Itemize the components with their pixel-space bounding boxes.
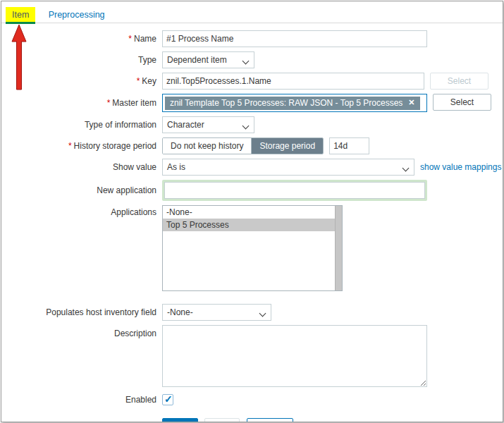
chevron-down-icon bbox=[403, 166, 409, 171]
master-item-chip: znil Template Top 5 Processes: RAW JSON … bbox=[165, 97, 420, 110]
row-key: *Key Select bbox=[1, 73, 503, 90]
footer-actions: Add Test Cancel bbox=[1, 418, 503, 422]
tab-item[interactable]: Item bbox=[6, 7, 35, 24]
applications-option-top5[interactable]: Top 5 Processes bbox=[163, 219, 342, 231]
item-form: *Name Type Dependent item *Key Select bbox=[1, 23, 503, 422]
key-select-button: Select bbox=[430, 73, 488, 90]
chevron-down-icon bbox=[260, 311, 266, 317]
row-master-item: *Master item znil Template Top 5 Process… bbox=[1, 94, 503, 112]
show-value-mappings-link[interactable]: show value mappings bbox=[420, 159, 501, 176]
inventory-value: -None- bbox=[167, 307, 193, 317]
required-asterisk: * bbox=[68, 141, 72, 151]
master-item-chip-label: znil Template Top 5 Processes: RAW JSON … bbox=[170, 98, 402, 108]
key-input[interactable] bbox=[162, 73, 424, 90]
applications-label: Applications bbox=[1, 205, 162, 218]
master-item-select-button[interactable]: Select bbox=[433, 94, 491, 111]
required-asterisk: * bbox=[137, 76, 140, 86]
item-configuration-page: Item Preprocessing *Name Type Dependent … bbox=[1, 1, 503, 422]
test-button: Test bbox=[204, 418, 240, 422]
history-storage-period-label: *History storage period bbox=[1, 137, 162, 154]
type-of-information-select[interactable]: Character bbox=[162, 116, 254, 133]
new-application-highlight bbox=[162, 180, 427, 201]
chevron-down-icon bbox=[243, 59, 249, 64]
listbox-scrollbar[interactable] bbox=[335, 206, 342, 290]
row-enabled: Enabled bbox=[1, 391, 503, 408]
row-type-of-information: Type of information Character bbox=[1, 116, 503, 133]
new-application-input[interactable] bbox=[164, 182, 425, 199]
storage-period-option[interactable]: Storage period bbox=[252, 138, 323, 154]
enabled-label: Enabled bbox=[1, 391, 162, 408]
inventory-select[interactable]: -None- bbox=[162, 304, 271, 321]
row-show-value: Show value As is show value mappings bbox=[1, 159, 503, 176]
inventory-label: Populates host inventory field bbox=[1, 304, 162, 321]
row-description: Description bbox=[1, 325, 503, 387]
master-item-label: *Master item bbox=[1, 94, 162, 112]
description-label: Description bbox=[1, 325, 162, 342]
type-label: Type bbox=[1, 51, 162, 68]
tab-preprocessing[interactable]: Preprocessing bbox=[42, 7, 111, 22]
row-history-storage-period: *History storage period Do not keep hist… bbox=[1, 137, 503, 154]
history-period-input[interactable] bbox=[329, 137, 369, 154]
enabled-checkbox[interactable] bbox=[162, 394, 173, 405]
type-select-value: Dependent item bbox=[167, 55, 227, 65]
do-not-keep-history-option[interactable]: Do not keep history bbox=[163, 138, 252, 154]
row-new-application: New application bbox=[1, 180, 503, 201]
chevron-down-icon bbox=[243, 123, 249, 129]
show-value-select[interactable]: As is bbox=[162, 159, 414, 176]
required-asterisk: * bbox=[107, 98, 111, 108]
row-applications: Applications -None- Top 5 Processes bbox=[1, 205, 503, 291]
cancel-button[interactable]: Cancel bbox=[247, 418, 293, 422]
add-button[interactable]: Add bbox=[162, 418, 198, 422]
master-item-multiselect[interactable]: znil Template Top 5 Processes: RAW JSON … bbox=[162, 94, 427, 112]
description-textarea[interactable] bbox=[162, 325, 427, 387]
type-of-information-label: Type of information bbox=[1, 116, 162, 133]
row-inventory: Populates host inventory field -None- bbox=[1, 304, 503, 321]
key-label: *Key bbox=[1, 73, 162, 90]
row-type: Type Dependent item bbox=[1, 51, 503, 68]
new-application-label: New application bbox=[1, 180, 162, 201]
remove-chip-icon[interactable]: ✕ bbox=[408, 98, 414, 107]
row-name: *Name bbox=[1, 30, 503, 47]
type-select[interactable]: Dependent item bbox=[162, 51, 254, 68]
type-of-information-value: Character bbox=[167, 120, 204, 130]
tab-bar: Item Preprocessing bbox=[1, 1, 503, 23]
history-mode-toggle: Do not keep history Storage period bbox=[162, 137, 324, 154]
name-label: *Name bbox=[1, 30, 162, 47]
show-value-label: Show value bbox=[1, 159, 162, 176]
name-input[interactable] bbox=[162, 30, 427, 47]
applications-listbox[interactable]: -None- Top 5 Processes bbox=[162, 205, 343, 291]
applications-option-none[interactable]: -None- bbox=[163, 206, 342, 219]
required-asterisk: * bbox=[128, 34, 132, 44]
show-value-value: As is bbox=[167, 162, 185, 172]
